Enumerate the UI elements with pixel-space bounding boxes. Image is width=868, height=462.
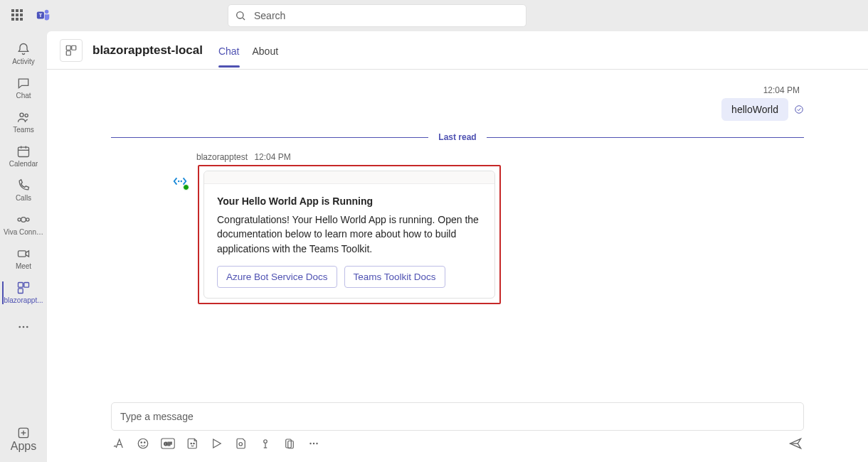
svg-text:T: T bbox=[39, 12, 43, 18]
attachment-icon[interactable] bbox=[283, 437, 296, 450]
rail-app-active[interactable]: blazorappt... bbox=[2, 276, 45, 310]
bot-avatar-icon bbox=[172, 173, 188, 189]
last-read-label: Last read bbox=[428, 132, 486, 142]
svg-rect-16 bbox=[24, 283, 29, 288]
svg-point-37 bbox=[194, 443, 195, 444]
rail-label: Teams bbox=[13, 126, 33, 134]
svg-text:GIF: GIF bbox=[164, 441, 172, 446]
compose-input[interactable] bbox=[120, 411, 795, 422]
svg-rect-17 bbox=[18, 289, 23, 294]
search-container bbox=[228, 4, 526, 27]
search-icon bbox=[235, 10, 246, 21]
rail-meet[interactable]: Meet bbox=[2, 242, 45, 276]
chat-header: blazorapptest-local Chat About bbox=[47, 31, 868, 70]
svg-point-19 bbox=[23, 326, 25, 328]
tab-about[interactable]: About bbox=[253, 34, 279, 67]
title-bar: T bbox=[0, 0, 868, 31]
svg-point-32 bbox=[141, 442, 142, 444]
svg-point-36 bbox=[191, 443, 192, 444]
card-title: Your Hello World App is Running bbox=[217, 195, 482, 207]
svg-point-20 bbox=[26, 326, 28, 328]
svg-point-12 bbox=[18, 218, 21, 221]
card-text: Congratulations! Your Hello World App is… bbox=[217, 213, 482, 256]
svg-point-39 bbox=[264, 440, 268, 444]
svg-point-18 bbox=[18, 326, 21, 328]
compose-area: GIF bbox=[47, 402, 868, 462]
rail-teams[interactable]: Teams bbox=[2, 105, 45, 139]
svg-point-43 bbox=[309, 443, 311, 444]
rail-label: Chat bbox=[16, 92, 31, 100]
bot-message-time: 12:04 PM bbox=[254, 152, 290, 162]
bot-message-meta: blazorapptest 12:04 PM bbox=[196, 152, 804, 162]
svg-point-3 bbox=[237, 12, 243, 18]
svg-rect-14 bbox=[18, 251, 26, 257]
compose-box[interactable] bbox=[111, 402, 804, 431]
compose-toolbar: GIF bbox=[111, 431, 804, 453]
svg-point-11 bbox=[21, 217, 26, 222]
rail-label: Viva Conne... bbox=[4, 228, 43, 237]
svg-point-29 bbox=[181, 181, 182, 182]
praise-icon[interactable] bbox=[259, 437, 272, 450]
rail-label: Activity bbox=[12, 58, 35, 66]
svg-rect-24 bbox=[66, 45, 70, 50]
emoji-icon[interactable] bbox=[137, 437, 149, 450]
rail-activity[interactable]: Activity bbox=[2, 37, 45, 71]
last-read-divider: Last read bbox=[111, 132, 804, 142]
svg-point-28 bbox=[178, 181, 179, 182]
rail-viva[interactable]: Viva Conne... bbox=[2, 208, 45, 242]
more-icon[interactable] bbox=[307, 437, 320, 450]
svg-rect-15 bbox=[18, 283, 23, 288]
outgoing-message: helloWorld bbox=[721, 98, 788, 121]
stream-icon[interactable] bbox=[211, 437, 223, 450]
bot-sender-name: blazorapptest bbox=[196, 152, 248, 162]
app-launcher-icon[interactable] bbox=[11, 9, 24, 22]
rail-apps[interactable]: Apps bbox=[2, 424, 45, 455]
app-avatar-icon bbox=[60, 39, 83, 62]
chat-title: blazorapptest-local bbox=[92, 43, 203, 58]
svg-point-45 bbox=[316, 443, 317, 444]
rail-label: blazorappt... bbox=[4, 296, 43, 305]
gif-icon[interactable]: GIF bbox=[161, 437, 175, 450]
rail-calls[interactable]: Calls bbox=[2, 173, 45, 208]
rail-chat[interactable]: Chat bbox=[2, 71, 45, 105]
content-pane: blazorapptest-local Chat About 12:04 PM … bbox=[47, 31, 868, 462]
svg-point-27 bbox=[795, 106, 803, 114]
teams-logo-icon: T bbox=[36, 8, 51, 23]
svg-point-31 bbox=[138, 439, 148, 448]
svg-point-33 bbox=[144, 442, 146, 444]
outgoing-timestamp: 12:04 PM bbox=[111, 85, 800, 95]
rail-label: Meet bbox=[16, 262, 31, 271]
svg-point-5 bbox=[20, 113, 23, 117]
loop-icon[interactable] bbox=[235, 437, 248, 450]
rail-label: Calendar bbox=[9, 160, 38, 168]
message-list: 12:04 PM helloWorld Last read blazorappt… bbox=[47, 70, 868, 402]
svg-rect-25 bbox=[72, 45, 76, 50]
svg-point-44 bbox=[313, 443, 314, 444]
send-icon[interactable] bbox=[788, 436, 803, 451]
adaptive-card: Your Hello World App is Running Congratu… bbox=[203, 171, 495, 299]
rail-more[interactable] bbox=[2, 310, 45, 344]
tabs: Chat About bbox=[218, 34, 278, 67]
svg-rect-26 bbox=[66, 50, 70, 55]
rail-label: Calls bbox=[16, 194, 31, 203]
read-receipt-icon bbox=[794, 104, 804, 114]
tab-chat[interactable]: Chat bbox=[218, 34, 240, 67]
svg-rect-7 bbox=[18, 147, 29, 156]
sticker-icon[interactable] bbox=[186, 437, 199, 450]
card-button-teams-toolkit-docs[interactable]: Teams Toolkit Docs bbox=[344, 266, 445, 288]
svg-line-4 bbox=[243, 18, 245, 20]
svg-point-2 bbox=[45, 10, 49, 14]
card-button-azure-docs[interactable]: Azure Bot Service Docs bbox=[217, 266, 337, 288]
rail-label: Apps bbox=[11, 440, 36, 453]
presence-available-icon bbox=[183, 184, 189, 190]
svg-point-6 bbox=[25, 114, 28, 117]
highlight-frame: Your Hello World App is Running Congratu… bbox=[198, 165, 501, 304]
rail-calendar[interactable]: Calendar bbox=[2, 139, 45, 173]
format-icon[interactable] bbox=[112, 437, 125, 450]
app-rail: Activity Chat Teams Calendar Calls Viva … bbox=[0, 31, 47, 462]
search-input[interactable] bbox=[228, 4, 526, 27]
svg-point-38 bbox=[239, 443, 243, 446]
svg-point-13 bbox=[26, 218, 29, 221]
